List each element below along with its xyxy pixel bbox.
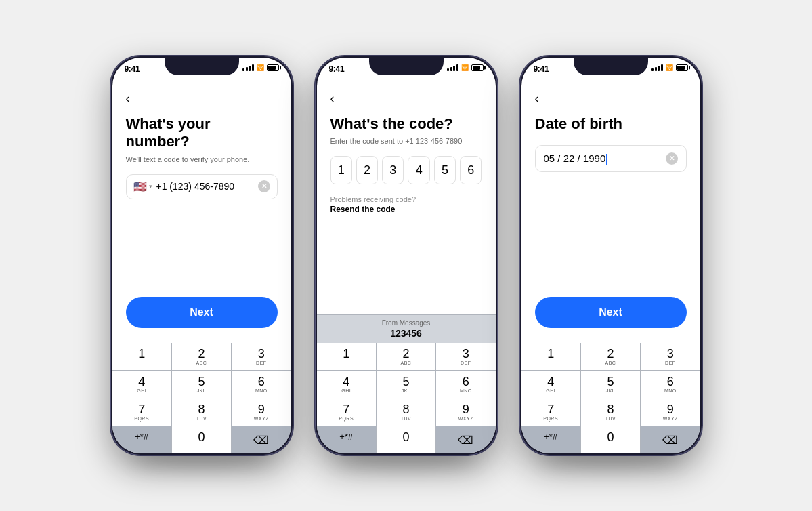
battery-icon-2 bbox=[471, 64, 484, 71]
phone-1: 9:41 🛜 ‹ What's your numb bbox=[110, 56, 293, 455]
back-button-3[interactable]: ‹ bbox=[532, 90, 542, 107]
resend-area-2: Problems receiving code? Resend the code bbox=[330, 195, 482, 214]
key-1-5[interactable]: 5JKL bbox=[172, 371, 231, 398]
phone-input-1[interactable]: 🇺🇸 ▾ +1 (123) 456-7890 ✕ bbox=[126, 174, 278, 199]
key-1-0[interactable]: 0 bbox=[172, 426, 231, 453]
next-button-1[interactable]: Next bbox=[126, 297, 278, 328]
phone-2-frame: 9:41 🛜 ‹ What's the code? bbox=[315, 56, 498, 455]
key-3-0[interactable]: 0 bbox=[581, 426, 640, 453]
keyboard-1: 1 2ABC 3DEF 4GHI 5JKL 6MNO 7PQRS 8TUV 9W… bbox=[112, 343, 291, 453]
dob-input-3[interactable]: 05 / 22 / 1990 ✕ bbox=[535, 145, 687, 172]
notch-3 bbox=[574, 58, 648, 75]
keyboard-grid-2: 1 2ABC 3DEF 4GHI 5JKL 6MNO 7PQRS 8TUV 9W… bbox=[317, 343, 496, 453]
key-2-backspace[interactable]: ⌫ bbox=[436, 426, 495, 453]
signal-icon-3 bbox=[651, 64, 663, 71]
otp-box-1[interactable]: 1 bbox=[330, 156, 352, 184]
signal-icon-1 bbox=[242, 64, 254, 71]
key-2-2[interactable]: 2ABC bbox=[377, 343, 435, 370]
phone-1-inner: 9:41 🛜 ‹ What's your numb bbox=[112, 58, 291, 453]
screen-3-content: ‹ Date of birth 05 / 22 / 1990 ✕ Next bbox=[521, 87, 700, 453]
battery-icon-1 bbox=[267, 64, 279, 71]
otp-box-6[interactable]: 6 bbox=[460, 156, 482, 184]
phone-number-1: +1 (123) 456-7890 bbox=[156, 181, 254, 192]
screen-2-content: ‹ What's the code? Enter the code sent t… bbox=[317, 87, 496, 453]
back-button-1[interactable]: ‹ bbox=[123, 90, 133, 107]
key-1-1[interactable]: 1 bbox=[112, 343, 171, 370]
country-selector-1[interactable]: 🇺🇸 ▾ bbox=[133, 180, 152, 193]
screen-title-1: What's your number? bbox=[126, 115, 278, 151]
key-1-3[interactable]: 3DEF bbox=[232, 343, 291, 370]
spacer-3 bbox=[535, 183, 687, 297]
key-1-8[interactable]: 8TUV bbox=[172, 398, 231, 426]
wifi-icon-1: 🛜 bbox=[257, 64, 264, 71]
wifi-icon-3: 🛜 bbox=[666, 64, 673, 71]
key-2-1[interactable]: 1 bbox=[317, 343, 376, 370]
screen-subtitle-2: Enter the code sent to +1 123-456-7890 bbox=[330, 137, 482, 145]
nav-bar-1: ‹ bbox=[112, 87, 291, 113]
messages-source-2: From Messages bbox=[382, 319, 431, 327]
key-2-3[interactable]: 3DEF bbox=[436, 343, 495, 370]
phone-3-frame: 9:41 🛜 ‹ Date of birth bbox=[519, 56, 702, 455]
key-1-2[interactable]: 2ABC bbox=[172, 343, 231, 370]
back-button-2[interactable]: ‹ bbox=[328, 90, 337, 107]
otp-box-5[interactable]: 5 bbox=[434, 156, 456, 184]
keyboard-2: 1 2ABC 3DEF 4GHI 5JKL 6MNO 7PQRS 8TUV 9W… bbox=[317, 343, 496, 453]
key-3-8[interactable]: 8TUV bbox=[581, 398, 640, 426]
key-2-star[interactable]: +*# bbox=[317, 426, 376, 453]
key-2-4[interactable]: 4GHI bbox=[317, 371, 376, 398]
otp-box-3[interactable]: 3 bbox=[382, 156, 404, 184]
keyboard-grid-3: 1 2ABC 3DEF 4GHI 5JKL 6MNO 7PQRS 8TUV 9W… bbox=[521, 343, 700, 453]
keyboard-3: 1 2ABC 3DEF 4GHI 5JKL 6MNO 7PQRS 8TUV 9W… bbox=[521, 343, 700, 453]
key-3-4[interactable]: 4GHI bbox=[521, 371, 580, 398]
key-3-3[interactable]: 3DEF bbox=[641, 343, 700, 370]
key-1-star[interactable]: +*# bbox=[112, 426, 171, 453]
key-1-7[interactable]: 7PQRS bbox=[112, 398, 171, 426]
key-3-2[interactable]: 2ABC bbox=[581, 343, 640, 370]
clear-dob-button-3[interactable]: ✕ bbox=[666, 152, 678, 165]
otp-box-2[interactable]: 2 bbox=[356, 156, 378, 184]
key-1-4[interactable]: 4GHI bbox=[112, 371, 171, 398]
nav-bar-3: ‹ bbox=[521, 87, 700, 113]
clear-phone-button-1[interactable]: ✕ bbox=[258, 180, 270, 192]
screen-title-3: Date of birth bbox=[535, 115, 687, 133]
key-3-6[interactable]: 6MNO bbox=[641, 371, 700, 398]
phone-1-frame: 9:41 🛜 ‹ What's your numb bbox=[110, 56, 293, 455]
nav-bar-2: ‹ bbox=[317, 87, 496, 113]
messages-code-2: 123456 bbox=[390, 328, 422, 339]
key-3-backspace[interactable]: ⌫ bbox=[641, 426, 700, 453]
key-2-9[interactable]: 9WXYZ bbox=[436, 398, 495, 426]
key-2-7[interactable]: 7PQRS bbox=[317, 398, 376, 426]
screen-subtitle-1: We'll text a code to verify your phone. bbox=[126, 155, 278, 163]
phone-2-inner: 9:41 🛜 ‹ What's the code? bbox=[317, 58, 496, 453]
key-2-0[interactable]: 0 bbox=[377, 426, 435, 453]
app-content-3: Date of birth 05 / 22 / 1990 ✕ Next bbox=[521, 113, 700, 343]
screen-title-2: What's the code? bbox=[330, 115, 482, 133]
text-cursor-3 bbox=[606, 154, 607, 165]
phone-3-inner: 9:41 🛜 ‹ Date of birth bbox=[521, 58, 700, 453]
resend-question-2: Problems receiving code? bbox=[330, 195, 482, 203]
key-3-star[interactable]: +*# bbox=[521, 426, 580, 453]
status-icons-2: 🛜 bbox=[447, 64, 484, 71]
key-2-5[interactable]: 5JKL bbox=[377, 371, 435, 398]
chevron-down-icon-1: ▾ bbox=[149, 183, 152, 190]
resend-link-2[interactable]: Resend the code bbox=[330, 205, 482, 214]
key-2-6[interactable]: 6MNO bbox=[436, 371, 495, 398]
battery-icon-3 bbox=[676, 64, 688, 71]
key-1-6[interactable]: 6MNO bbox=[232, 371, 291, 398]
flag-emoji-1: 🇺🇸 bbox=[133, 180, 147, 193]
spacer-1 bbox=[126, 209, 278, 297]
key-3-1[interactable]: 1 bbox=[521, 343, 580, 370]
notch-2 bbox=[369, 58, 444, 75]
otp-box-4[interactable]: 4 bbox=[408, 156, 429, 184]
key-1-backspace[interactable]: ⌫ bbox=[232, 426, 291, 453]
next-button-3[interactable]: Next bbox=[535, 297, 687, 328]
key-3-9[interactable]: 9WXYZ bbox=[641, 398, 700, 426]
dob-value-3: 05 / 22 / 1990 bbox=[544, 152, 666, 165]
key-3-7[interactable]: 7PQRS bbox=[521, 398, 580, 426]
key-2-8[interactable]: 8TUV bbox=[377, 398, 435, 426]
signal-icon-2 bbox=[447, 64, 458, 71]
key-3-5[interactable]: 5JKL bbox=[581, 371, 640, 398]
otp-boxes-2: 1 2 3 4 5 6 bbox=[330, 156, 482, 184]
messages-bar-2[interactable]: From Messages 123456 bbox=[317, 314, 496, 343]
key-1-9[interactable]: 9WXYZ bbox=[232, 398, 291, 426]
